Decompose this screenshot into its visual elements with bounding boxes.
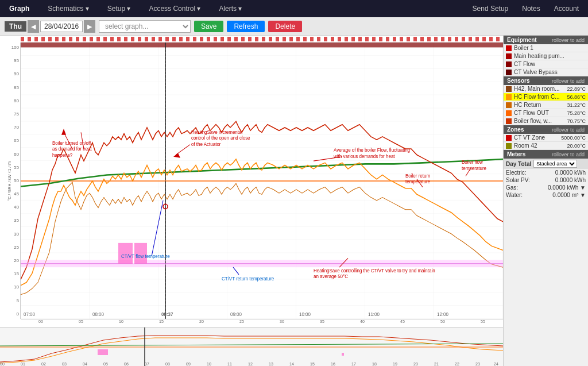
day-total-header: Day Total Stacked area — [504, 159, 588, 169]
svg-text:22: 22 — [455, 362, 459, 366]
svg-text:temperature: temperature — [405, 179, 430, 184]
sensor-ct-flow-out-color — [506, 110, 512, 116]
sensor-hc-flow[interactable]: HC Flow from C... 56.86°C — [504, 93, 588, 101]
sensor-ct-flow-out[interactable]: CT Flow OUT 75.28°C — [504, 109, 588, 117]
svg-text:Boiler turned on/off: Boiler turned on/off — [52, 140, 91, 145]
sensor-hc-flow-color — [506, 94, 512, 100]
svg-text:with various demands for heat: with various demands for heat — [333, 154, 395, 159]
ct-valve-color — [506, 70, 512, 75]
prev-day-button[interactable]: ◀ — [28, 20, 39, 33]
meters-header: Meters rollover to add — [504, 150, 588, 159]
sensor-h42[interactable]: H42, Main room... 22.89°C — [504, 85, 588, 93]
zone-ct-vt-color — [506, 135, 512, 141]
svg-text:14: 14 — [289, 362, 294, 366]
svg-text:03: 03 — [62, 362, 67, 366]
equipment-main-pump[interactable]: Main heating pum... — [504, 52, 588, 60]
svg-text:10: 10 — [207, 362, 211, 366]
svg-text:temperature: temperature — [462, 166, 486, 171]
nav-schematics[interactable]: Schematics ▾ — [43, 2, 93, 15]
boiler1-color — [506, 45, 512, 51]
svg-text:19: 19 — [393, 362, 397, 366]
main-chart-svg[interactable]: 07:00 08:00 08:37 09:00 10:00 11:00 12:0… — [21, 43, 503, 319]
electric-row: Electric: 0.0000 kWh — [504, 169, 588, 176]
delete-button[interactable]: Delete — [268, 21, 302, 32]
svg-text:08:37: 08:37 — [161, 312, 173, 317]
nav-account[interactable]: Account — [550, 2, 583, 15]
svg-text:07:00: 07:00 — [24, 312, 35, 317]
nav-send-setup[interactable]: Send Setup — [468, 2, 513, 15]
svg-text:Boiler return: Boiler return — [405, 173, 431, 178]
zone-room42-color — [506, 143, 512, 149]
svg-rect-11 — [118, 243, 133, 264]
zone-room42[interactable]: Room 42 20.00°C — [504, 142, 588, 150]
svg-text:08: 08 — [165, 362, 170, 366]
svg-rect-12 — [133, 243, 134, 264]
nav-access-control[interactable]: Access Control ▾ — [144, 2, 205, 15]
svg-text:09:00: 09:00 — [230, 312, 242, 317]
svg-text:05: 05 — [103, 362, 108, 366]
svg-text:12:00: 12:00 — [437, 312, 448, 317]
nav-graph[interactable]: Graph — [5, 2, 34, 15]
day-label: Thu — [5, 21, 26, 32]
svg-text:12: 12 — [248, 362, 253, 366]
ct-flow-color — [506, 61, 512, 67]
main-content: °C / %RH / kW ×1 / l/h 100 95 90 85 80 7… — [0, 36, 588, 366]
x-axis-ticks: 00 05 10 15 20 25 30 35 40 45 50 55 — [21, 319, 503, 327]
sensor-boiler-flow-color — [506, 118, 512, 124]
svg-text:happens?: happens? — [52, 153, 73, 158]
equipment-ct-flow[interactable]: CT Flow — [504, 60, 588, 68]
nav-notes[interactable]: Notes — [517, 2, 544, 15]
svg-text:of the Actuator: of the Actuator — [191, 142, 221, 147]
nav-alerts[interactable]: Alerts ▾ — [214, 2, 246, 15]
svg-text:23: 23 — [475, 362, 480, 366]
water-row: Water: 0.0000 m³ ▼ — [504, 191, 588, 199]
y-label-unit: °C / %RH / kW ×1 / l/h — [7, 161, 11, 201]
svg-text:11: 11 — [227, 362, 232, 366]
sensor-hc-return[interactable]: HC Return 31.22°C — [504, 101, 588, 109]
svg-text:18: 18 — [372, 362, 377, 366]
svg-text:11:00: 11:00 — [368, 312, 380, 317]
next-day-button[interactable]: ▶ — [84, 20, 95, 33]
equipment-header: Equipment rollover to add — [504, 36, 588, 44]
svg-text:20: 20 — [413, 362, 418, 366]
svg-text:CT/VT return temperature: CT/VT return temperature — [222, 276, 274, 282]
right-panel: Equipment rollover to add Boiler 1 Main … — [503, 36, 588, 366]
svg-text:16: 16 — [331, 362, 335, 366]
svg-text:02: 02 — [41, 362, 46, 366]
svg-text:04: 04 — [83, 362, 87, 366]
nav-setup[interactable]: Setup ▾ — [103, 2, 136, 15]
svg-text:HeatingSave incremental: HeatingSave incremental — [191, 129, 242, 134]
svg-text:HeatingSave controlling the CT: HeatingSave controlling the CT/VT valve … — [314, 268, 435, 273]
equipment-ct-valve[interactable]: CT Valve Bypass — [504, 68, 588, 76]
svg-text:08:00: 08:00 — [92, 312, 104, 317]
graph-select[interactable]: select graph... — [99, 20, 191, 33]
top-nav: Graph Schematics ▾ Setup ▾ Access Contro… — [0, 0, 588, 17]
svg-rect-5 — [21, 43, 503, 47]
refresh-button[interactable]: Refresh — [227, 21, 265, 32]
svg-rect-13 — [134, 243, 147, 264]
svg-text:01: 01 — [21, 362, 25, 366]
mini-chart[interactable]: 00 01 02 03 04 05 06 07 08 09 10 11 12 1… — [0, 327, 503, 366]
gas-row: Gas: 0.0000 kWh ▼ — [504, 184, 588, 191]
svg-rect-52 — [342, 353, 344, 356]
equipment-boiler1[interactable]: Boiler 1 — [504, 44, 588, 52]
chart-area: °C / %RH / kW ×1 / l/h 100 95 90 85 80 7… — [0, 36, 503, 366]
chart-svg-container[interactable]: °C / %RH / kW ×1 / l/h 100 95 90 85 80 7… — [0, 36, 503, 366]
svg-text:00: 00 — [0, 362, 5, 366]
sensor-hc-return-color — [506, 102, 512, 108]
svg-text:CT/VT flow temperature: CT/VT flow temperature — [121, 254, 170, 259]
day-navigator: Thu ◀ 28/04/2016 ▶ — [5, 20, 95, 33]
svg-text:an average 50°C: an average 50°C — [314, 274, 348, 279]
svg-text:21: 21 — [434, 362, 439, 366]
sensors-header: Sensors rollover to add — [504, 76, 588, 85]
svg-text:13: 13 — [269, 362, 273, 366]
sensor-boiler-flow[interactable]: Boiler flow, w... 70.75°C — [504, 117, 588, 125]
sensor-h42-color — [506, 86, 512, 92]
svg-text:06: 06 — [124, 362, 129, 366]
solar-pv-row: Solar PV: 0.0000 kWh — [504, 176, 588, 184]
chart-type-select[interactable]: Stacked area — [533, 160, 577, 168]
svg-text:09: 09 — [186, 362, 191, 366]
svg-text:control of the open and close: control of the open and close — [191, 136, 250, 141]
zone-ct-vt[interactable]: CT VT Zone 5000.00°C — [504, 134, 588, 142]
save-button[interactable]: Save — [194, 21, 223, 32]
